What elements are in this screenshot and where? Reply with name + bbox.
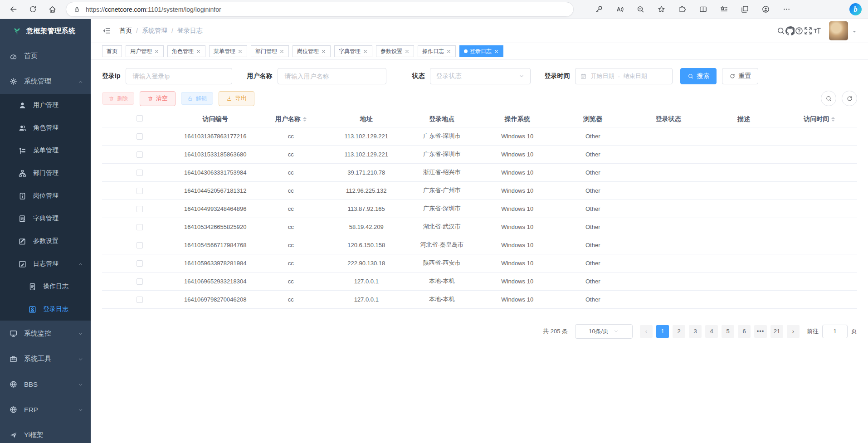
sidebar-item-bbs[interactable]: BBS [0,371,91,397]
extensions-icon[interactable] [678,5,687,14]
tab-login-log[interactable]: 登录日志 [459,45,503,57]
page-button-2[interactable]: 2 [673,325,685,338]
page-button-21[interactable]: 21 [770,325,783,338]
sidebar-item-login-log[interactable]: 登录日志 [0,298,91,321]
copilot-icon[interactable]: b [849,3,862,15]
tab-user-management[interactable]: 用户管理 [126,45,164,57]
close-icon[interactable] [321,49,326,54]
read-aloud-icon[interactable] [615,5,624,14]
sidebar-item-home[interactable]: 首页 [0,43,91,68]
next-page-button[interactable]: › [787,325,800,338]
sort-toggle[interactable] [831,115,835,123]
sidebar-item-post-management[interactable]: 岗位管理 [0,185,91,207]
page-button-1[interactable]: 1 [656,325,669,338]
close-icon[interactable] [363,49,368,54]
close-icon[interactable] [196,49,201,54]
breadcrumb-item[interactable]: / [171,27,173,34]
sidebar-item-erp[interactable]: ERP [0,397,91,422]
sidebar-item-system-management[interactable]: 系统管理 [0,68,91,94]
close-icon[interactable] [279,49,284,54]
favorites-bar-icon[interactable] [720,5,728,14]
row-checkbox[interactable] [137,151,143,158]
close-icon[interactable] [405,49,410,54]
clear-button[interactable]: 清空 [140,91,176,106]
sidebar-item-department-management[interactable]: 部门管理 [0,162,91,185]
fullscreen-icon[interactable] [804,26,813,35]
page-size-select[interactable]: 10条/页 [575,324,633,339]
row-checkbox[interactable] [137,170,143,176]
search-button[interactable]: 搜索 [680,68,717,84]
sidebar-item-role-management[interactable]: 角色管理 [0,117,91,139]
breadcrumb-item[interactable]: / [136,27,138,34]
row-checkbox[interactable] [137,260,143,267]
row-checkbox[interactable] [137,133,143,140]
page-button-3[interactable]: 3 [689,325,702,338]
close-icon[interactable] [446,49,451,54]
tab-role-management[interactable]: 角色管理 [167,45,205,57]
tab-parameter-settings[interactable]: 参数设置 [376,45,414,57]
split-screen-icon[interactable] [699,5,707,14]
tab-department-management[interactable]: 部门管理 [251,45,289,57]
sidebar-item-dict-management[interactable]: 字典管理 [0,207,91,230]
page-button-4[interactable]: 4 [705,325,718,338]
page-button-6[interactable]: 6 [738,325,751,338]
select-all-checkbox[interactable] [137,115,143,122]
user-menu-caret-icon[interactable] [852,28,857,34]
url-bar[interactable]: https://ccnetcore.com:1101/system/log/lo… [66,2,574,17]
status-select[interactable]: 登录状态 [430,68,531,84]
row-checkbox[interactable] [137,224,143,230]
login-ip-input[interactable] [126,68,232,84]
sidebar-item-log-management[interactable]: 日志管理 [0,253,91,275]
tab-operation-log[interactable]: 操作日志 [418,45,456,57]
delete-button[interactable]: 删除 [102,92,134,105]
sort-toggle[interactable] [303,115,307,123]
row-checkbox[interactable] [137,297,143,303]
more-pages-button[interactable]: ••• [754,325,767,338]
page-button-5[interactable]: 5 [722,325,734,338]
sidebar-item-menu-management[interactable]: 菜单管理 [0,139,91,162]
prev-page-button[interactable]: ‹ [640,325,653,338]
menu-fold-icon[interactable] [102,26,111,35]
back-icon[interactable] [9,5,18,14]
goto-page-input[interactable] [822,325,848,338]
star-icon[interactable] [657,5,666,14]
unlock-button[interactable]: 解锁 [181,92,213,105]
export-button[interactable]: 导出 [219,91,254,106]
row-checkbox[interactable] [137,206,143,212]
row-checkbox[interactable] [137,188,143,194]
close-icon[interactable] [238,49,243,54]
sidebar-item-parameter-settings[interactable]: 参数设置 [0,230,91,253]
tab-menu-management[interactable]: 菜单管理 [209,45,247,57]
close-icon[interactable] [154,49,159,54]
tab-dict-management[interactable]: 字典管理 [334,45,372,57]
font-size-icon[interactable] [813,26,822,35]
more-icon[interactable] [782,5,791,14]
profile-icon[interactable] [761,5,770,14]
show-search-button[interactable] [821,91,836,106]
date-range-picker[interactable]: 开始日期 - 结束日期 [575,68,673,84]
username-input[interactable] [278,68,386,84]
collections-icon[interactable] [741,5,749,14]
zoom-out-icon[interactable] [636,5,645,14]
breadcrumb-item[interactable]: 首页 [119,27,132,35]
github-icon[interactable] [785,26,795,35]
breadcrumb-item[interactable]: 系统管理 [142,27,167,35]
row-checkbox[interactable] [137,278,143,285]
key-icon[interactable] [595,5,603,14]
home-icon[interactable] [48,5,57,14]
breadcrumb-item[interactable]: 登录日志 [177,27,203,35]
close-icon[interactable] [494,49,499,54]
tab-post-management[interactable]: 岗位管理 [293,45,331,57]
sidebar-item-yi-framework[interactable]: Yi框架 [0,422,91,443]
user-avatar[interactable] [829,21,848,40]
tab-home[interactable]: 首页 [102,45,122,57]
refresh-icon[interactable] [29,5,37,14]
reset-button[interactable]: 重置 [722,68,758,84]
sidebar-item-system-tools[interactable]: 系统工具 [0,346,91,371]
sidebar-item-operation-log[interactable]: 操作日志 [0,275,91,298]
sidebar-item-user-management[interactable]: 用户管理 [0,94,91,117]
refresh-table-button[interactable] [842,91,857,106]
search-icon[interactable] [776,26,785,35]
question-icon[interactable] [795,26,804,35]
sidebar-item-system-monitor[interactable]: 系统监控 [0,321,91,346]
